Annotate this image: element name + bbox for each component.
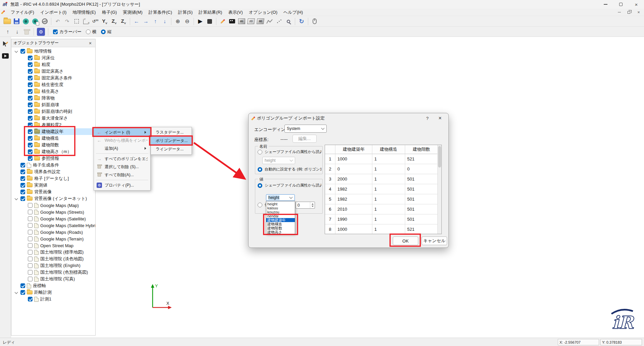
table-cell[interactable]: 1982 bbox=[335, 194, 372, 204]
scrollbar-thumb[interactable] bbox=[438, 146, 441, 167]
tree-checkbox[interactable] bbox=[28, 149, 33, 154]
spinner-buttons[interactable] bbox=[310, 202, 315, 208]
tree-item[interactable]: 粗度 bbox=[11, 61, 95, 68]
menubar-item[interactable]: 計算結果(R) bbox=[196, 9, 225, 16]
minimize-button[interactable] bbox=[598, 0, 613, 9]
tree-item[interactable]: 背景画像 (インターネット) bbox=[11, 195, 95, 202]
tree-item[interactable]: 表層粒度2 bbox=[11, 122, 95, 128]
encoding-combobox[interactable]: System bbox=[284, 125, 327, 133]
table-cell[interactable]: 1990 bbox=[335, 214, 372, 224]
dropdown-item[interactable]: 建物建築年 bbox=[266, 218, 295, 222]
menubar-item[interactable]: 表示(V) bbox=[225, 9, 246, 16]
tree-item[interactable]: Google Maps (Streets) bbox=[11, 209, 95, 215]
run-solver-icon[interactable]: ▶ bbox=[196, 17, 205, 26]
menubar-item[interactable]: 格子(G) bbox=[99, 9, 120, 16]
tree-checkbox[interactable] bbox=[20, 169, 25, 174]
tree-item[interactable]: 建物建設年 bbox=[11, 128, 95, 135]
animation-button[interactable] bbox=[1, 52, 10, 60]
expander-icon[interactable] bbox=[14, 49, 19, 54]
continuous-snapshot-icon[interactable] bbox=[31, 17, 40, 26]
expander-icon[interactable] bbox=[14, 290, 19, 295]
tree-item[interactable]: 距離計測 bbox=[11, 289, 95, 296]
value-from-attribute-radio[interactable] bbox=[258, 183, 262, 188]
table-cell[interactable]: 2010 bbox=[335, 204, 372, 214]
view-z-direction-2-icon[interactable]: ZV bbox=[119, 17, 128, 26]
tree-checkbox[interactable] bbox=[28, 143, 33, 147]
tree-checkbox[interactable] bbox=[28, 62, 33, 67]
property-gear-button[interactable]: ⚙ bbox=[37, 27, 45, 36]
value-attribute-combobox[interactable]: height bbox=[266, 194, 295, 201]
crs-edit-button[interactable]: 編集... bbox=[292, 135, 317, 143]
rotate-90deg-icon[interactable]: ↺90 bbox=[91, 17, 100, 26]
tree-item[interactable]: 参照情報 bbox=[11, 155, 95, 162]
tree-checkbox[interactable] bbox=[20, 283, 25, 288]
name-from-attribute-radio[interactable] bbox=[258, 150, 262, 154]
table-cell[interactable]: 0 bbox=[335, 164, 372, 174]
mdi-close-button[interactable]: × bbox=[636, 10, 641, 15]
cancel-button[interactable]: キャンセル bbox=[422, 236, 447, 245]
tree-item[interactable]: 固定床高さ条件 bbox=[11, 75, 95, 81]
tree-checkbox[interactable] bbox=[28, 297, 33, 301]
mdi-restore-button[interactable] bbox=[626, 10, 632, 15]
tree-item[interactable]: Open Street Map bbox=[11, 242, 95, 249]
table-cell[interactable]: 1 bbox=[372, 154, 405, 164]
tree-item[interactable]: 斜面崩壊 bbox=[11, 101, 95, 108]
pan-left-icon[interactable]: ← bbox=[132, 17, 141, 26]
dropdown-item[interactable]: kouzou bbox=[266, 210, 295, 214]
view-z-direction-icon[interactable]: ZV bbox=[110, 17, 118, 26]
table-cell[interactable]: 501 bbox=[405, 174, 438, 184]
delete-icon[interactable] bbox=[22, 27, 31, 36]
tree-checkbox[interactable] bbox=[20, 290, 25, 295]
context-menu-item[interactable]: →すべてのポリゴンをエクスポート... bbox=[94, 155, 150, 163]
undo-icon[interactable]: ↶ bbox=[53, 17, 62, 26]
tree-checkbox[interactable] bbox=[28, 216, 33, 221]
menubar-item[interactable]: インポート(I) bbox=[37, 9, 70, 16]
table-cell[interactable]: 1982 bbox=[335, 184, 372, 194]
tree-item[interactable]: 建物構造 bbox=[11, 135, 95, 142]
pointer-edit-button[interactable] bbox=[1, 40, 10, 48]
table-cell[interactable]: 2000 bbox=[335, 174, 372, 184]
tree-item[interactable]: 格子生成条件 bbox=[11, 162, 95, 168]
table-cell[interactable]: 1 bbox=[372, 184, 405, 194]
menubar-item[interactable]: ファイル(F) bbox=[8, 9, 37, 16]
tree-item[interactable]: 地理情報 bbox=[11, 48, 95, 55]
table-cell[interactable]: 501 bbox=[405, 204, 438, 214]
table-cell[interactable]: 501 bbox=[405, 214, 438, 224]
dropdown-item[interactable]: 建物構造 bbox=[266, 222, 295, 226]
table-cell[interactable]: 1000 bbox=[335, 224, 372, 234]
tree-checkbox[interactable] bbox=[28, 69, 33, 74]
context-menu-item[interactable]: ⚙プロパティ(P)... bbox=[94, 181, 150, 189]
zoom-in-icon[interactable]: ⊕ bbox=[173, 17, 182, 26]
view-2d-tilted-icon[interactable]: 2D bbox=[247, 17, 255, 26]
tree-checkbox[interactable] bbox=[28, 76, 33, 80]
context-menu-item[interactable]: 追加(A) bbox=[94, 144, 150, 152]
submenu-item[interactable]: ポリゴンデータ... bbox=[151, 137, 192, 145]
reload-icon[interactable]: ↻ bbox=[297, 17, 306, 26]
table-cell[interactable]: 1 bbox=[372, 204, 405, 214]
table-cell[interactable]: 521 bbox=[405, 224, 438, 234]
move-down-icon[interactable]: ↓ bbox=[13, 27, 21, 36]
table-cell[interactable]: 0 bbox=[405, 164, 438, 174]
name-auto-radio[interactable] bbox=[258, 167, 262, 172]
fit-extent-icon[interactable] bbox=[72, 17, 81, 26]
menubar-item[interactable]: 実測値(M) bbox=[120, 9, 146, 16]
tree-checkbox[interactable] bbox=[28, 123, 33, 127]
menubar-item[interactable]: 地理情報(E) bbox=[69, 9, 99, 16]
zoom-out-icon[interactable]: ⊖ bbox=[183, 17, 192, 26]
tree-checkbox[interactable] bbox=[28, 116, 33, 121]
panel-close-icon[interactable]: × bbox=[87, 41, 93, 46]
context-menu-item[interactable]: すべて削除(A)... bbox=[94, 171, 150, 179]
tree-item[interactable]: 植生高さ bbox=[11, 88, 95, 95]
name-attribute-combobox[interactable]: height bbox=[262, 157, 295, 164]
table-cell[interactable]: 501 bbox=[405, 194, 438, 204]
expander-icon[interactable] bbox=[14, 196, 19, 201]
tree-checkbox[interactable] bbox=[28, 82, 33, 87]
table-cell[interactable]: 501 bbox=[405, 184, 438, 194]
tree-item[interactable]: Google Maps (Roads) bbox=[11, 229, 95, 235]
menubar-item[interactable]: 計算条件(C) bbox=[146, 9, 175, 16]
table-cell[interactable]: 521 bbox=[405, 154, 438, 164]
tree-checkbox[interactable] bbox=[28, 136, 33, 141]
table-cell[interactable]: 1 bbox=[372, 164, 405, 174]
tree-checkbox[interactable] bbox=[20, 196, 25, 201]
export-google-earth-icon[interactable] bbox=[40, 17, 49, 26]
